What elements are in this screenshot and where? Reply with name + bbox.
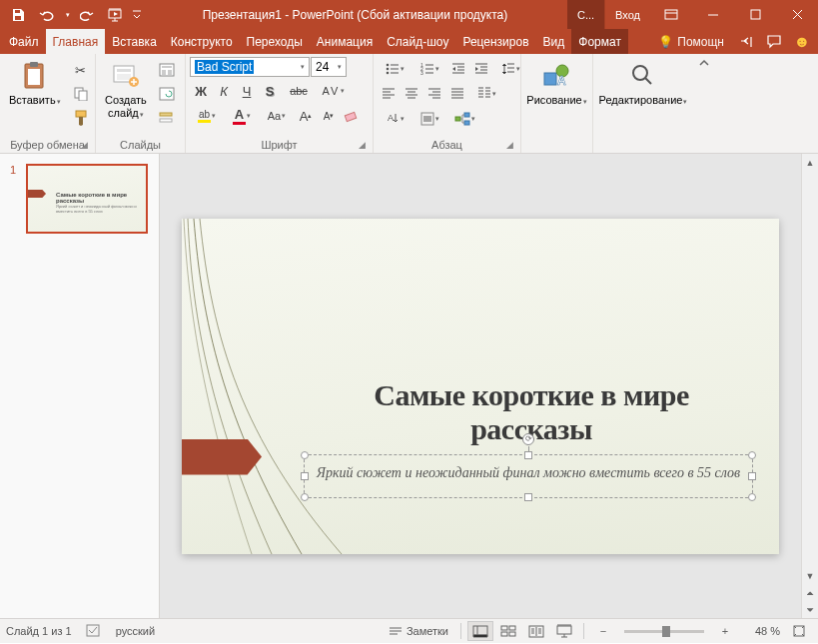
redo-button[interactable] <box>73 3 101 27</box>
tab-format[interactable]: Формат <box>571 29 628 54</box>
strikethrough-button[interactable]: abc <box>282 80 316 102</box>
grow-font-button[interactable]: A▴ <box>295 105 317 127</box>
tab-review[interactable]: Рецензиров <box>455 29 535 54</box>
zoom-value[interactable]: 48 % <box>740 625 784 637</box>
rotate-handle[interactable]: ⟳ <box>522 433 534 445</box>
font-size-combo[interactable]: 24▾ <box>311 57 347 77</box>
editing-button[interactable]: Редактирование▾ <box>594 57 693 111</box>
resize-handle-se[interactable] <box>748 493 756 501</box>
paragraph-launcher[interactable]: ◢ <box>502 138 516 152</box>
resize-handle-nw[interactable] <box>301 451 309 459</box>
tab-file[interactable]: Файл <box>2 29 46 54</box>
format-painter-button[interactable] <box>70 107 92 129</box>
qat-customize-button[interactable] <box>131 3 143 27</box>
tab-home[interactable]: Главная <box>46 29 106 54</box>
drawing-button[interactable]: A Рисование▾ <box>521 57 591 111</box>
bullets-button[interactable]: ▾ <box>378 58 411 80</box>
slideshow-view-button[interactable] <box>551 621 577 641</box>
tab-view[interactable]: Вид <box>536 29 572 54</box>
scroll-up-button[interactable]: ▲ <box>802 154 818 171</box>
justify-button[interactable] <box>446 83 468 105</box>
reading-view-button[interactable] <box>523 621 549 641</box>
clear-formatting-button[interactable] <box>341 105 363 127</box>
normal-view-button[interactable] <box>467 621 493 641</box>
change-case-button[interactable]: Aa▾ <box>260 105 294 127</box>
emoji-button[interactable]: ☻ <box>790 30 814 54</box>
italic-button[interactable]: К <box>213 80 235 102</box>
comments-button[interactable] <box>762 30 786 54</box>
underline-button[interactable]: Ч <box>236 80 258 102</box>
zoom-out-button[interactable]: − <box>590 621 616 641</box>
smartart-button[interactable]: ▾ <box>447 108 481 130</box>
spellcheck-icon[interactable] <box>86 624 102 638</box>
slide-editor[interactable]: Самые короткие в мире рассказы ⟳ Яркий с… <box>160 154 801 618</box>
thumbnail-pane[interactable]: 1 Самые короткие в мирерассказы Яркий сю… <box>0 154 160 618</box>
shrink-font-button[interactable]: A▾ <box>318 105 340 127</box>
increase-indent-button[interactable] <box>470 58 492 80</box>
highlight-button[interactable]: ab▾ <box>190 105 224 127</box>
slideshow-from-start-button[interactable] <box>102 3 130 27</box>
tell-me-button[interactable]: 💡 Помощн <box>652 35 730 49</box>
numbering-button[interactable]: 123▾ <box>412 58 446 80</box>
cut-button[interactable]: ✂ <box>70 59 92 81</box>
align-right-button[interactable] <box>423 83 445 105</box>
scroll-down-button[interactable]: ▼ <box>802 567 818 584</box>
close-button[interactable] <box>776 0 818 29</box>
zoom-slider[interactable] <box>624 630 704 633</box>
resize-handle-n[interactable] <box>524 451 532 459</box>
slide-counter[interactable]: Слайд 1 из 1 <box>6 625 72 637</box>
account-badge[interactable]: С... <box>567 0 605 29</box>
thumbnail-item[interactable]: 1 Самые короткие в мирерассказы Яркий сю… <box>10 164 149 234</box>
thumbnail-slide[interactable]: Самые короткие в мирерассказы Яркий сюже… <box>26 164 148 234</box>
save-button[interactable] <box>4 3 32 27</box>
tab-slideshow[interactable]: Слайд-шоу <box>380 29 455 54</box>
ribbon-display-button[interactable] <box>650 0 692 29</box>
notes-button[interactable]: Заметки <box>383 625 454 637</box>
shadow-button[interactable]: S <box>259 80 281 102</box>
font-name-combo[interactable]: Bad Script▾ <box>190 57 310 77</box>
zoom-in-button[interactable]: + <box>712 621 738 641</box>
tab-insert[interactable]: Вставка <box>105 29 164 54</box>
collapse-ribbon-button[interactable] <box>693 54 715 153</box>
slide-canvas[interactable]: Самые короткие в мире рассказы ⟳ Яркий с… <box>182 219 779 554</box>
undo-more-button[interactable]: ▾ <box>62 3 72 27</box>
align-left-button[interactable] <box>378 83 400 105</box>
text-direction-button[interactable]: A▾ <box>378 108 411 130</box>
prev-slide-button[interactable]: ⏶ <box>802 584 818 601</box>
undo-button[interactable] <box>33 3 61 27</box>
share-button[interactable] <box>734 30 758 54</box>
vertical-scrollbar[interactable]: ▲ ▼ ⏶ ⏷ <box>801 154 818 618</box>
align-text-button[interactable]: ▾ <box>412 108 446 130</box>
character-spacing-button[interactable]: AV▾ <box>317 80 351 102</box>
next-slide-button[interactable]: ⏷ <box>802 601 818 618</box>
slide-subtitle-text[interactable]: Яркий сюжет и неожиданный финал можно вм… <box>305 465 752 481</box>
tab-transitions[interactable]: Переходы <box>240 29 310 54</box>
maximize-button[interactable] <box>734 0 776 29</box>
clipboard-launcher[interactable]: ◢ <box>77 138 91 152</box>
scroll-track[interactable] <box>802 171 818 567</box>
resize-handle-ne[interactable] <box>748 451 756 459</box>
paste-button[interactable]: Вставить▾ <box>4 57 66 111</box>
resize-handle-s[interactable] <box>524 493 532 501</box>
copy-button[interactable] <box>70 83 92 105</box>
resize-handle-sw[interactable] <box>301 493 309 501</box>
decrease-indent-button[interactable] <box>447 58 469 80</box>
align-center-button[interactable] <box>401 83 422 105</box>
slide-sorter-button[interactable] <box>495 621 521 641</box>
minimize-button[interactable] <box>692 0 734 29</box>
tab-design[interactable]: Конструкто <box>164 29 240 54</box>
sign-in-button[interactable]: Вход <box>605 0 650 29</box>
layout-button[interactable] <box>156 59 178 81</box>
zoom-slider-thumb[interactable] <box>662 626 670 637</box>
reset-slide-button[interactable] <box>156 83 178 105</box>
tab-animations[interactable]: Анимация <box>310 29 380 54</box>
font-launcher[interactable]: ◢ <box>355 138 369 152</box>
new-slide-button[interactable]: Создать слайд▾ <box>100 57 152 124</box>
section-button[interactable] <box>156 107 178 129</box>
subtitle-text-box[interactable]: ⟳ Яркий сюжет и неожиданный финал можно … <box>304 454 753 498</box>
columns-button[interactable]: ▾ <box>469 83 503 105</box>
bold-button[interactable]: Ж <box>190 80 212 102</box>
language-indicator[interactable]: русский <box>116 625 155 637</box>
fit-to-window-button[interactable] <box>786 621 812 641</box>
font-color-button[interactable]: А▾ <box>225 105 259 127</box>
